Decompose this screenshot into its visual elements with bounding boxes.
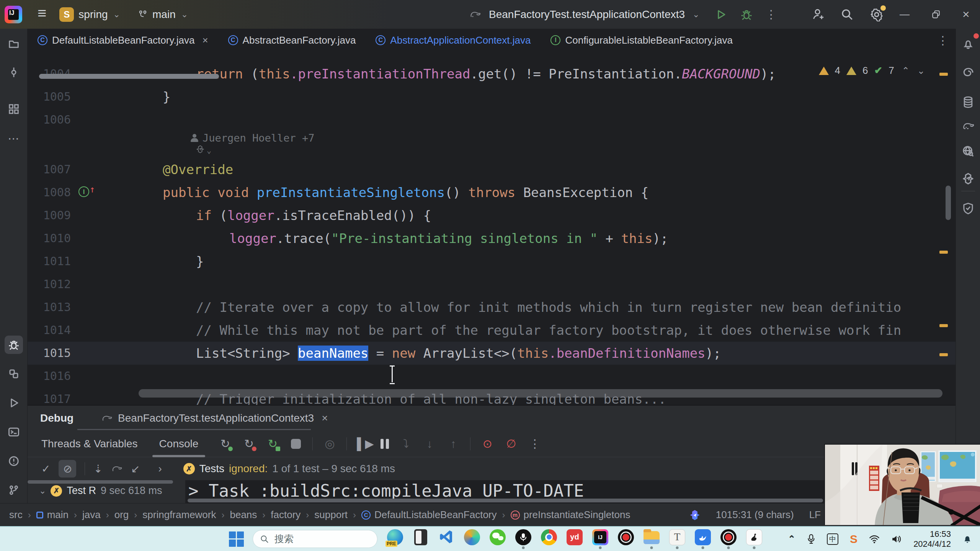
swan-app-icon[interactable]: [746, 529, 763, 549]
code-line[interactable]: 1015List<String> beanNames = new ArrayLi…: [28, 342, 956, 365]
code-line[interactable]: 1014// While this may not be part of the…: [28, 319, 956, 342]
notifications-bell-icon[interactable]: [959, 35, 977, 53]
debug-session-tab[interactable]: BeanFactoryTest.testApplicationContext3 …: [101, 412, 328, 424]
code-line[interactable]: 1008I↑public void preInstantiateSingleto…: [28, 181, 956, 204]
line-number[interactable]: 1006: [28, 108, 71, 131]
breadcrumb-item-support[interactable]: support: [314, 509, 348, 521]
restore-button[interactable]: [931, 10, 941, 20]
phone-link-icon[interactable]: [412, 529, 429, 549]
project-tool-icon[interactable]: [5, 35, 23, 53]
line-number[interactable]: 1015: [28, 342, 71, 365]
breadcrumb-item-main[interactable]: main: [36, 509, 69, 521]
rerun-failed-icon[interactable]: ↻: [242, 437, 256, 450]
chevron-down-icon[interactable]: ⌄: [693, 10, 699, 20]
tab-threads-variables[interactable]: Threads & Variables: [31, 430, 149, 457]
rerun-icon[interactable]: ↻: [218, 437, 232, 450]
file-explorer-icon[interactable]: [643, 529, 660, 549]
taskbar-search[interactable]: 搜索: [253, 530, 377, 548]
intellij-idea-icon[interactable]: IJ: [592, 529, 609, 549]
notifications-tray-icon[interactable]: [962, 534, 972, 544]
breadcrumb-item-DefaultListableBeanFactory[interactable]: CDefaultListableBeanFactory: [361, 509, 497, 521]
debug-tool-icon[interactable]: [5, 336, 23, 354]
chevron-down-icon[interactable]: ⌄: [207, 146, 211, 155]
pause-icon[interactable]: [381, 439, 389, 449]
line-number[interactable]: 1012: [28, 273, 71, 296]
ai-assistant-status-icon[interactable]: [689, 509, 701, 521]
code-line[interactable]: 1016: [28, 365, 956, 388]
import-test-results-icon[interactable]: ↙: [131, 463, 140, 475]
vertical-scrollbar[interactable]: [946, 186, 951, 220]
vscode-icon[interactable]: [438, 529, 455, 549]
close-session-icon[interactable]: ×: [322, 412, 328, 424]
recorder-2-icon[interactable]: [720, 529, 737, 549]
structure-tool-icon[interactable]: [5, 100, 23, 118]
xunlei-icon[interactable]: [694, 529, 711, 549]
chevron-down-icon[interactable]: ⌄: [39, 486, 46, 496]
implements-gutter-icon[interactable]: I↑: [78, 186, 95, 197]
recorder-icon[interactable]: [617, 529, 634, 549]
gradle-icon[interactable]: [111, 464, 122, 473]
tab-AbstractBeanFactory.java[interactable]: CAbstractBeanFactory.java: [218, 29, 366, 52]
line-number[interactable]: 1010: [28, 227, 71, 250]
mic-app-icon[interactable]: [515, 529, 532, 549]
gradle-tool-icon[interactable]: [959, 117, 977, 135]
wifi-icon[interactable]: [869, 535, 880, 544]
mute-breakpoints-icon[interactable]: ⊙: [480, 437, 494, 450]
ai-assistant-icon[interactable]: [959, 170, 977, 188]
minimize-button[interactable]: —: [900, 8, 910, 20]
search-icon[interactable]: [841, 8, 854, 21]
breadcrumb-item-src[interactable]: src: [9, 509, 23, 521]
line-number[interactable]: 1014: [28, 319, 71, 342]
chrome-icon[interactable]: [541, 529, 557, 549]
line-number[interactable]: 1011: [28, 250, 71, 273]
debug-button[interactable]: [740, 8, 753, 21]
ai-inlay[interactable]: ⌄: [196, 145, 211, 155]
ime-indicator[interactable]: 中: [827, 533, 838, 545]
breadcrumb-item-preInstantiateSingletons[interactable]: mpreInstantiateSingletons: [511, 509, 630, 521]
show-execution-point-icon[interactable]: ▌▶: [357, 437, 371, 450]
security-shield-icon[interactable]: [959, 199, 977, 218]
problems-tool-icon[interactable]: [5, 452, 23, 470]
microphone-tray-icon[interactable]: [807, 534, 815, 544]
test-tree-panel[interactable]: ⌄ ✗ Test R 9 sec 618 ms: [28, 480, 185, 503]
youdao-icon[interactable]: yd: [566, 529, 583, 549]
next-problem-chevron-icon[interactable]: ⌄: [917, 65, 925, 76]
breadcrumb-item-springframework[interactable]: springframework: [142, 509, 216, 521]
tree-scrollbar[interactable]: [28, 480, 173, 484]
author-inlay[interactable]: Juergen Hoeller +7: [190, 132, 315, 144]
horizontal-scrollbar[interactable]: [139, 389, 942, 398]
tab-DefaultListableBeanFactory.java[interactable]: CDefaultListableBeanFactory.java×: [28, 29, 218, 52]
expand-chevron-icon[interactable]: ›: [158, 463, 162, 475]
code-line[interactable]: 1005}: [28, 85, 956, 108]
close-tab-icon[interactable]: ×: [202, 34, 208, 46]
hidden-icons-chevron[interactable]: ⌃: [788, 534, 795, 544]
show-ignored-icon[interactable]: ⊘: [59, 460, 76, 478]
breadcrumb-item-factory[interactable]: factory: [271, 509, 301, 521]
code-line[interactable]: 1009if (logger.isTraceEnabled()) {: [28, 204, 956, 227]
sogou-tray-icon[interactable]: S: [850, 533, 858, 546]
step-over-icon[interactable]: ⤵: [399, 437, 413, 450]
inspections-widget[interactable]: 4 6 ✔ 7 ⌃ ⌄: [819, 65, 925, 77]
services-tool-icon[interactable]: [5, 365, 23, 383]
sort-tests-icon[interactable]: ⇣: [93, 463, 102, 475]
line-number[interactable]: 1005: [28, 85, 71, 108]
tab-options-icon[interactable]: ⋮: [937, 34, 949, 47]
breadcrumb-item-java[interactable]: java: [82, 509, 101, 521]
run-configuration-name[interactable]: BeanFactoryTest.testApplicationContext3: [489, 8, 685, 21]
tab-console[interactable]: Console: [149, 430, 209, 457]
swirl-tool-icon[interactable]: [959, 64, 977, 82]
show-passed-icon[interactable]: ✓: [41, 463, 50, 475]
volume-icon[interactable]: [891, 535, 902, 544]
view-breakpoints-icon[interactable]: ◎: [323, 437, 336, 450]
code-line[interactable]: 1011}: [28, 250, 956, 273]
run-button[interactable]: [715, 9, 727, 20]
commit-tool-icon[interactable]: [5, 63, 23, 82]
code-editor[interactable]: 1004return (this.preInstantiationThread.…: [28, 52, 956, 405]
version-control-tool-icon[interactable]: [5, 481, 23, 499]
line-separator[interactable]: LF: [809, 509, 821, 521]
database-tool-icon[interactable]: [959, 93, 977, 111]
debug-tool-tab[interactable]: Debug: [40, 412, 74, 424]
breadcrumb-item-org[interactable]: org: [114, 509, 129, 521]
start-button-icon[interactable]: [229, 531, 244, 547]
step-into-icon[interactable]: ↓: [423, 437, 436, 450]
